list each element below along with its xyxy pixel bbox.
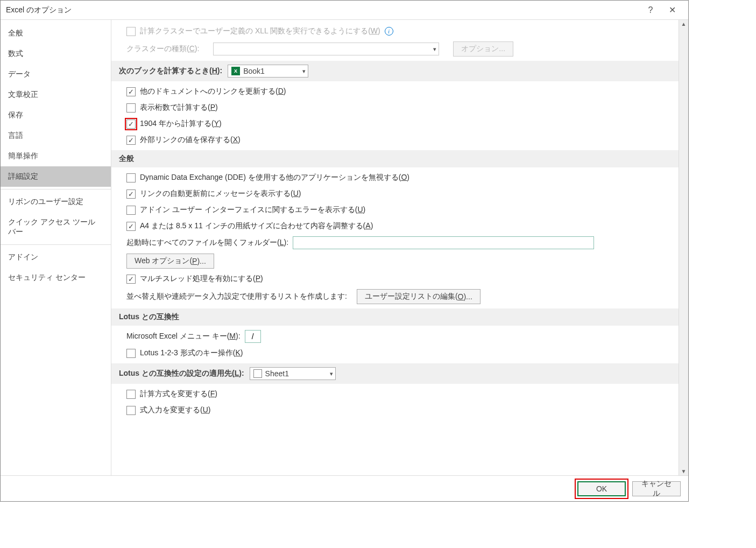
- custom-lists-button[interactable]: ユーザー設定リストの編集(O)...: [357, 289, 481, 304]
- web-options-button[interactable]: Web オプション(P)...: [126, 254, 214, 269]
- addinerr-label: アドイン ユーザー インターフェイスに関するエラーを表示する(U): [140, 205, 365, 215]
- sidebar-item-ribbon[interactable]: リボンのユーザー設定: [1, 192, 111, 212]
- ok-button[interactable]: OK: [577, 481, 626, 496]
- excel-icon: X: [231, 67, 240, 75]
- sidebar-item-ease[interactable]: 簡単操作: [1, 146, 111, 166]
- lotus-keys-label: Lotus 1-2-3 形式のキー操作(K): [140, 348, 243, 358]
- sidebar: 全般 数式 データ 文章校正 保存 言語 簡単操作 詳細設定 リボンのユーザー設…: [1, 20, 111, 475]
- addinerr-checkbox[interactable]: [126, 206, 136, 215]
- dde-label: Dynamic Data Exchange (DDE) を使用する他のアプリケー…: [140, 173, 409, 182]
- sort-label: 並べ替え順や連続データ入力設定で使用するリストを作成します:: [126, 292, 347, 301]
- sidebar-item-data[interactable]: データ: [1, 64, 111, 85]
- date1904-checkbox[interactable]: [126, 120, 136, 129]
- cancel-button[interactable]: キャンセル: [632, 481, 681, 496]
- lotus-entry-label: 式入力を変更する(U): [140, 405, 210, 415]
- precision-checkbox[interactable]: [126, 103, 136, 113]
- cluster-type-row: クラスターの種類(C): オプション...: [111, 39, 679, 59]
- cluster-xll-row: 計算クラスターでユーザー定義の XLL 関数を実行できるようにする(W) i: [111, 23, 679, 39]
- scroll-down-icon[interactable]: ▼: [681, 468, 687, 474]
- menukey-label: Microsoft Excel メニュー キー(M):: [126, 332, 241, 341]
- lotus-calc-label: 計算方式を変更する(F): [140, 389, 217, 399]
- menukey-input[interactable]: [245, 330, 261, 343]
- close-button[interactable]: ✕: [661, 2, 683, 18]
- scroll-up-icon[interactable]: ▲: [681, 21, 687, 27]
- lotus-sheet-dropdown[interactable]: Sheet1: [250, 367, 336, 380]
- sidebar-item-proofing[interactable]: 文章校正: [1, 85, 111, 105]
- sidebar-item-trust[interactable]: セキュリティ センター: [1, 268, 111, 288]
- update-links-checkbox[interactable]: [126, 87, 136, 96]
- sidebar-item-formulas[interactable]: 数式: [1, 44, 111, 64]
- cluster-options-button: オプション...: [453, 41, 513, 57]
- sidebar-item-save[interactable]: 保存: [1, 105, 111, 125]
- options-dialog: Excel のオプション ? ✕ 全般 数式 データ 文章校正 保存 言語 簡単…: [0, 0, 689, 502]
- sidebar-item-advanced[interactable]: 詳細設定: [1, 166, 111, 187]
- startup-folder-input[interactable]: [293, 236, 594, 249]
- a4-checkbox[interactable]: [126, 222, 136, 231]
- help-button[interactable]: ?: [640, 2, 661, 18]
- dialog-title: Excel のオプション: [6, 5, 640, 15]
- multithread-checkbox[interactable]: [126, 275, 136, 284]
- cluster-xll-checkbox: [126, 27, 136, 36]
- dialog-footer: OK キャンセル: [1, 475, 688, 501]
- save-ext-links-label: 外部リンクの値を保存する(X): [140, 135, 241, 145]
- sidebar-item-addins[interactable]: アドイン: [1, 247, 111, 268]
- scrollbar[interactable]: ▲▼: [679, 20, 688, 475]
- general-header: 全般: [111, 150, 679, 167]
- titlebar: Excel のオプション ? ✕: [1, 1, 688, 20]
- startup-label: 起動時にすべてのファイルを開くフォルダー(L):: [126, 238, 288, 248]
- lotus-keys-checkbox[interactable]: [126, 349, 136, 358]
- cluster-xll-label: 計算クラスターでユーザー定義の XLL 関数を実行できるようにする(W): [140, 26, 380, 36]
- precision-label: 表示桁数で計算する(P): [140, 103, 218, 113]
- info-icon[interactable]: i: [385, 27, 393, 36]
- dde-checkbox[interactable]: [126, 173, 136, 182]
- cluster-type-dropdown: [213, 43, 439, 55]
- lotus-header: Lotus との互換性: [111, 308, 679, 326]
- sidebar-item-qat[interactable]: クイック アクセス ツール バー: [1, 212, 111, 242]
- lotus-calc-checkbox[interactable]: [126, 390, 136, 399]
- cluster-type-label: クラスターの種類(C):: [126, 44, 199, 54]
- sheet-icon: [253, 369, 262, 378]
- multithread-label: マルチスレッド処理を有効にする(P): [140, 274, 263, 284]
- linkmsg-checkbox[interactable]: [126, 189, 136, 199]
- date1904-label: 1904 年から計算する(Y): [140, 119, 222, 129]
- sidebar-item-general[interactable]: 全般: [1, 23, 111, 44]
- calc-book-header: 次のブックを計算するとき(H): X Book1: [111, 61, 679, 81]
- calc-book-dropdown[interactable]: X Book1: [228, 65, 308, 78]
- sidebar-item-language[interactable]: 言語: [1, 125, 111, 146]
- content-area: 計算クラスターでユーザー定義の XLL 関数を実行できるようにする(W) i ク…: [111, 20, 688, 475]
- linkmsg-label: リンクの自動更新前にメッセージを表示する(U): [140, 189, 301, 199]
- update-links-label: 他のドキュメントへのリンクを更新する(D): [140, 87, 286, 96]
- a4-label: A4 または 8.5 x 11 インチの用紙サイズに合わせて内容を調整する(A): [140, 221, 373, 231]
- lotus2-header: Lotus との互換性の設定の適用先(L): Sheet1: [111, 363, 679, 384]
- save-ext-links-checkbox[interactable]: [126, 136, 136, 145]
- lotus-entry-checkbox[interactable]: [126, 406, 136, 415]
